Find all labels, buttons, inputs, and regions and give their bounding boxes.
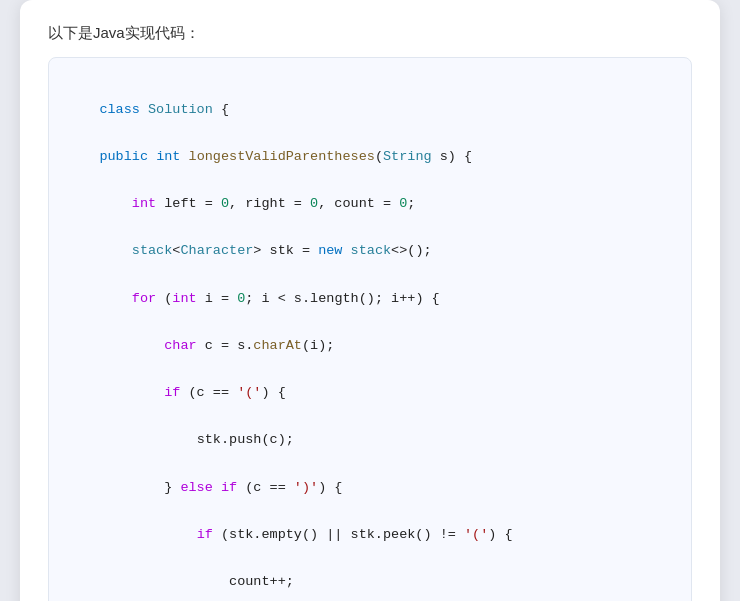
- intro-text: 以下是Java实现代码：: [48, 24, 692, 43]
- code-block: class Solution { public int longestValid…: [48, 57, 692, 601]
- main-card: 以下是Java实现代码： class Solution { public int…: [20, 0, 720, 601]
